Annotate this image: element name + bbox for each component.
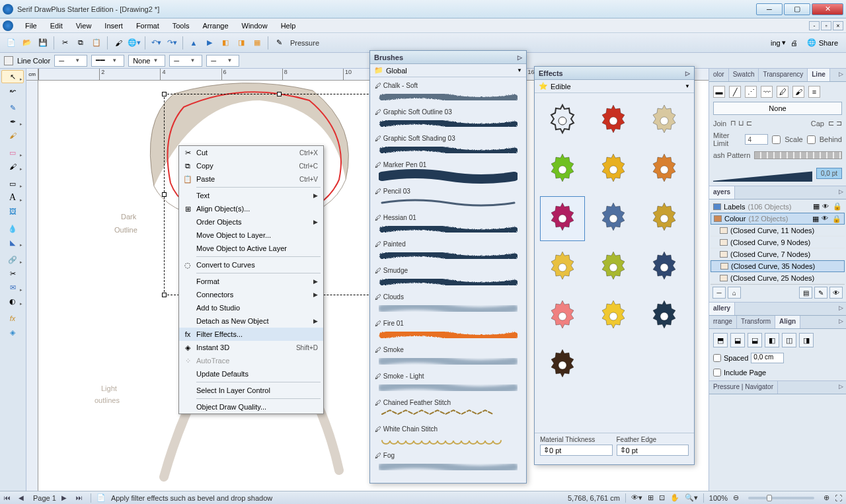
maximize-button[interactable]: ▢ — [784, 3, 810, 15]
line-type-cal[interactable]: 〰 — [761, 86, 773, 98]
ctx-instant-d[interactable]: ◈Instant 3DShift+D — [179, 341, 323, 354]
paste-button[interactable]: 📋 — [89, 36, 104, 50]
tab-transform[interactable]: Transform — [737, 316, 775, 328]
align-left[interactable]: ◧ — [765, 333, 779, 347]
effect-gear-6[interactable] — [540, 196, 585, 241]
brush-pencil-03[interactable]: 🖊 Pencil 03 — [371, 186, 525, 212]
web-button[interactable]: 🌐▾ — [127, 36, 141, 50]
tab-arrange[interactable]: rrange — [709, 316, 737, 328]
ctx-detach-as-new-object[interactable]: Detach as New Object▶ — [179, 314, 323, 328]
align-vmid[interactable]: ⬓ — [730, 333, 745, 347]
copy-button[interactable]: ⧉ — [73, 36, 88, 50]
fill-tool[interactable]: 🖌▸ — [1, 160, 24, 173]
brush-fog[interactable]: 🖊 Fog — [371, 450, 525, 476]
brush-smudge[interactable]: 🖊 Smudge — [371, 265, 525, 291]
line-cap-combo[interactable]: None▼ — [128, 55, 165, 67]
prev-page[interactable]: ◀ — [19, 494, 28, 501]
menu-view[interactable]: View — [69, 20, 98, 32]
view-mode-icon[interactable]: 👁▾ — [631, 493, 642, 502]
layer-opt2[interactable]: ✎ — [814, 287, 827, 299]
new-button[interactable]: 📄 — [4, 36, 19, 50]
pointer-tool[interactable]: ↖▸ — [1, 70, 24, 83]
effect-gear-3[interactable] — [540, 147, 585, 192]
save-button[interactable]: 💾 — [36, 36, 50, 50]
effect-gear-1[interactable] — [591, 98, 636, 143]
arrange-front-button[interactable]: ◧ — [218, 36, 233, 50]
effect-gear-7[interactable] — [591, 196, 636, 241]
ctx-move-object-to-layer-[interactable]: Move Object to Layer... — [179, 229, 323, 242]
layer-opt1[interactable]: ▤ — [799, 287, 812, 299]
arrange-back-button[interactable]: ◨ — [234, 36, 249, 50]
flip-v-button[interactable]: ▶ — [202, 36, 217, 50]
brush-smoke[interactable]: 🖊 Smoke — [371, 344, 525, 371]
menu-arrange[interactable]: Arrange — [196, 20, 235, 32]
menu-insert[interactable]: Insert — [98, 20, 130, 32]
brush-smoke-light[interactable]: 🖊 Smoke - Light — [371, 371, 525, 397]
layer-colour[interactable]: Colour (12 Objects)▦👁🔒 — [711, 213, 845, 225]
spaced-input[interactable]: 0,0 cm — [751, 353, 784, 363]
3d-tool[interactable]: ◈ — [1, 326, 24, 339]
ctx-text[interactable]: Text▶ — [179, 189, 323, 202]
layer-item-0[interactable]: (Closed Curve, 11 Nodes) — [711, 225, 845, 236]
ctx-format[interactable]: Format▶ — [179, 275, 323, 288]
layer-item-3[interactable]: (Closed Curve, 35 Nodes) — [711, 260, 845, 272]
line-weight-value[interactable]: 0,0 pt — [816, 168, 842, 179]
pencil-tool[interactable]: ✎ — [1, 101, 24, 114]
ctx-select-in-layer-control[interactable]: Select In Layer Control — [179, 384, 323, 397]
brush-clouds[interactable]: 🖊 Clouds — [371, 291, 525, 318]
effect-gear-8[interactable] — [642, 196, 687, 241]
mdi-minimize[interactable]: - — [809, 21, 820, 30]
effect-gear-0[interactable] — [540, 98, 585, 143]
connector-tool[interactable]: 🔗▸ — [1, 253, 24, 266]
share-button[interactable]: 🌐Share — [803, 38, 842, 47]
effect-gear-14[interactable] — [642, 294, 687, 339]
line-type-stroke[interactable]: 🖌 — [792, 86, 804, 98]
last-page[interactable]: ⏭ — [76, 494, 85, 501]
tab-line[interactable]: Line — [808, 69, 830, 81]
layer-lock[interactable]: ⌂ — [728, 287, 741, 299]
menu-tools[interactable]: Tools — [166, 20, 196, 32]
line-type-brush[interactable]: 🖊 — [777, 86, 788, 98]
brush-white-chain-stitch[interactable]: 🖊 White Chain Stitch — [371, 423, 525, 450]
brush-graphic-soft-shading-03[interactable]: 🖊 Graphic Soft Shading 03 — [371, 133, 525, 159]
effect-gear-9[interactable] — [540, 245, 585, 290]
redo-button[interactable]: ↷▾ — [165, 36, 179, 50]
line-type-edge[interactable]: ≡ — [808, 86, 820, 98]
tab-transparency[interactable]: Transparency — [759, 69, 808, 81]
snap-icon[interactable]: ⊞ — [648, 493, 654, 502]
format-painter-button[interactable]: 🖌 — [111, 36, 126, 50]
line-style-combo[interactable]: ━━▼ — [91, 55, 124, 67]
open-button[interactable]: 📂 — [20, 36, 34, 50]
ctx-filter-effects-[interactable]: fxFilter Effects... — [179, 328, 323, 341]
minimize-button[interactable]: ─ — [756, 3, 783, 15]
layer-item-2[interactable]: (Closed Curve, 7 Nodes) — [711, 248, 845, 260]
ctx-move-object-to-active-layer[interactable]: Move Object to Active Layer — [179, 242, 323, 255]
group-button[interactable]: ▦ — [250, 36, 264, 50]
align-top[interactable]: ⬒ — [713, 333, 728, 347]
ctx-paste[interactable]: 📋PasteCtrl+V — [179, 172, 323, 186]
mdi-close[interactable]: × — [833, 21, 843, 30]
ctx-align-object-s-[interactable]: ⊞Align Object(s)... — [179, 202, 323, 215]
image-tool[interactable]: 🖼 — [1, 205, 24, 218]
mdi-restore[interactable]: ▫ — [821, 21, 831, 30]
eyedropper-tool[interactable]: 💧 — [1, 222, 24, 235]
align-right[interactable]: ◨ — [799, 333, 814, 347]
spaced-checkbox[interactable] — [713, 354, 721, 362]
brush-painted[interactable]: 🖊 Painted — [371, 238, 525, 265]
grid-icon[interactable]: ⊡ — [659, 493, 665, 502]
tab-align[interactable]: Align — [775, 316, 800, 328]
layer-opt3[interactable]: 👁 — [829, 287, 843, 299]
line-start-combo[interactable]: ─▼ — [169, 55, 202, 67]
brush-fire-01[interactable]: 🖊 Fire 01 — [371, 318, 525, 344]
layer-item-4[interactable]: (Closed Curve, 25 Nodes) — [711, 272, 845, 284]
next-page[interactable]: ▶ — [61, 494, 71, 501]
pressure-icon[interactable]: ✎ — [272, 36, 286, 50]
cut-button[interactable]: ✂ — [58, 36, 72, 50]
pen-tool[interactable]: ✒▸ — [1, 115, 24, 128]
behind-checkbox[interactable] — [807, 135, 816, 144]
layer-delete[interactable]: ─ — [712, 287, 726, 299]
line-none-button[interactable]: None — [713, 102, 842, 115]
ctx-add-to-studio[interactable]: Add to Studio — [179, 301, 323, 314]
align-hmid[interactable]: ◫ — [782, 333, 796, 347]
ctx-object-draw-quality-[interactable]: Object Draw Quality... — [179, 400, 323, 414]
